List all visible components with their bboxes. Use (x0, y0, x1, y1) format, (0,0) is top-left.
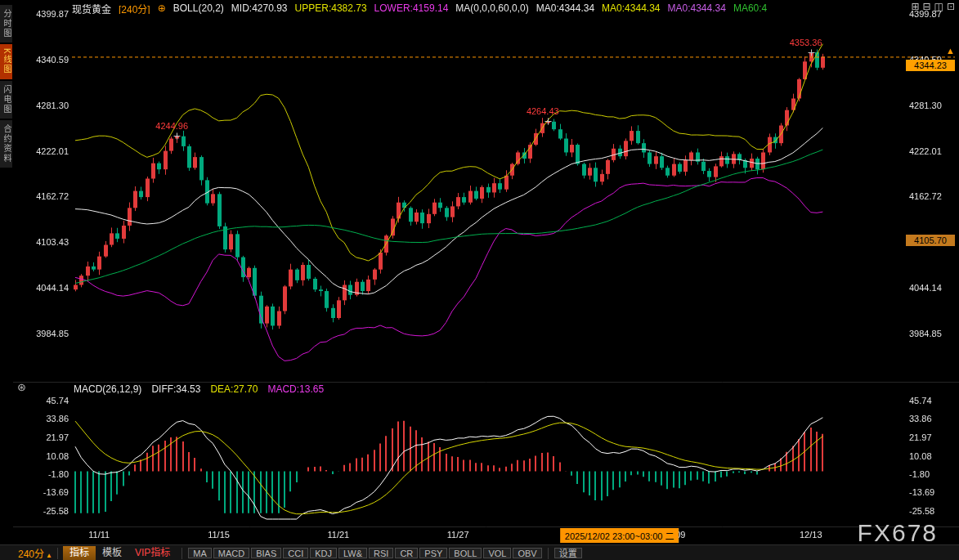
refresh-icon[interactable]: ⊕ (158, 2, 166, 14)
toolbar-divider (548, 548, 549, 559)
quad-layout-icon[interactable]: ⊞ (911, 2, 919, 12)
macd-axis-label-right: -13.69 (909, 487, 957, 497)
macd-axis-label-left: 33.86 (25, 414, 69, 423)
indicator-button-kdj[interactable]: KDJ (310, 548, 337, 558)
macd-axis-label-right: 10.08 (909, 451, 957, 461)
vertical-split-icon[interactable]: ◫ (934, 2, 943, 12)
macd-axis-label-left: -13.69 (25, 487, 69, 497)
window-layout-icons: ⊞⊟◫⊡ (911, 2, 955, 12)
period-dropdown-label: 240分 (18, 549, 44, 560)
ma0-value-3: MA0:4344.34 (668, 2, 726, 14)
macd-axis-label-right: 33.86 (909, 414, 957, 423)
peak-price-annotation: 4264.43 (527, 106, 559, 116)
price-axis-label-right: 4162.72 (909, 191, 957, 201)
price-axis-label-left: 4162.72 (25, 191, 69, 201)
price-axis-label-left: 4222.01 (25, 146, 69, 156)
indicator-button-bias[interactable]: BIAS (251, 548, 281, 558)
ma0-value-2: MA0:4344.34 (602, 2, 660, 14)
indicator-button-lw[interactable]: LW& (338, 548, 367, 558)
chevron-up-icon: ▲ (46, 552, 52, 559)
sidebar-tab-3[interactable]: 闪电图 (0, 81, 12, 119)
x-axis-date-label: 11/27 (447, 530, 469, 540)
scroll-to-latest-icon[interactable]: ▲ (946, 46, 955, 56)
chart-type-sidebar: 分时图K线图闪电图合约资料 (0, 5, 12, 168)
toolbar-tab-2[interactable]: 模板 (96, 546, 128, 560)
price-axis-label-left: 4044.14 (25, 283, 69, 293)
price-chart-canvas[interactable] (0, 0, 959, 560)
watermark: FX678 (858, 519, 938, 547)
trading-app-window: 现货黄金 [240分] ⊕ BOLL(20,2) MID:4270.93 UPP… (0, 0, 959, 560)
indicator-button-obv[interactable]: OBV (513, 548, 541, 558)
price-axis-label-right: 3984.85 (909, 329, 957, 338)
cursor-price-badge: 4105.70 (906, 235, 955, 246)
macd-axis-label-right: 21.97 (909, 432, 957, 442)
settings-button[interactable]: 设置 (554, 548, 582, 558)
ma-params-label: MA(0,0,0,60,0,0) (455, 2, 528, 14)
indicator-settings-icon[interactable]: ⊛ (17, 381, 26, 393)
macd-axis-label-left: -1.80 (25, 469, 69, 479)
toolbar-divider (181, 548, 182, 559)
price-axis-label-left: 4399.87 (25, 9, 69, 19)
boll-params-label: BOLL(20,2) (173, 2, 224, 14)
macd-diff-value: DIFF:34.53 (151, 383, 200, 395)
macd-axis-label-left: 10.08 (25, 451, 69, 461)
ma60-value: MA60:4 (733, 2, 767, 14)
x-axis-date-label: 11/15 (208, 530, 230, 540)
peak-price-annotation: 4244.96 (155, 121, 188, 131)
price-axis-label-right: 4044.14 (909, 283, 957, 293)
x-axis-date-label: 12/13 (800, 530, 822, 540)
ma0-value-1: MA0:4344.34 (536, 2, 594, 14)
indicator-button-ma[interactable]: MA (188, 548, 212, 558)
sidebar-tab-1[interactable]: 分时图 (0, 5, 12, 43)
toolbar-tab-3[interactable]: VIP指标 (128, 546, 177, 560)
sidebar-tab-2[interactable]: K线图 (0, 44, 12, 79)
macd-params-label: MACD(26,12,9) (74, 383, 141, 395)
indicator-button-macd[interactable]: MACD (213, 548, 249, 558)
price-axis-label-right: 4281.30 (909, 101, 957, 110)
symbol-name: 现货黄金 (72, 2, 111, 14)
indicator-button-cr[interactable]: CR (395, 548, 418, 558)
indicator-button-psy[interactable]: PSY (419, 548, 447, 558)
indicator-button-rsi[interactable]: RSI (369, 548, 393, 558)
indicator-header: 现货黄金 [240分] ⊕ BOLL(20,2) MID:4270.93 UPP… (72, 2, 767, 14)
toolbar-tab-1[interactable]: 指标 (63, 546, 96, 560)
boll-mid-value: MID:4270.93 (231, 2, 288, 14)
macd-axis-label-left: 21.97 (25, 432, 69, 442)
indicator-button-boll[interactable]: BOLL (449, 548, 482, 558)
macd-axis-label-right: 45.74 (909, 396, 957, 405)
price-axis-label-left: 3984.85 (25, 329, 69, 338)
peak-price-annotation: 4353.36 (790, 38, 822, 47)
x-axis-date-label: 11/21 (328, 530, 350, 540)
price-axis-label-left: 4281.30 (25, 101, 69, 110)
indicator-button-cci[interactable]: CCI (283, 548, 308, 558)
macd-axis-label-left: 45.74 (25, 396, 69, 405)
macd-axis-label-left: -25.58 (25, 506, 69, 516)
boll-upper-value: UPPER:4382.73 (295, 2, 367, 14)
period-dropdown[interactable]: 240分▲ (18, 546, 52, 560)
indicator-buttons: MAMACDBIASCCIKDJLW&RSICRPSYBOLLVOLOBV (187, 548, 542, 558)
x-axis-date-label: 11/11 (88, 530, 110, 540)
toolbar-divider (57, 548, 58, 559)
macd-header: MACD(26,12,9) DIFF:34.53 DEA:27.70 MACD:… (74, 383, 324, 395)
crosshair-date-tooltip: 2025/12/02 23:00~03:00 二 (560, 528, 679, 543)
macd-axis-label-right: -25.58 (909, 506, 957, 516)
horizontal-split-icon[interactable]: ⊟ (923, 2, 931, 12)
price-axis-label-right: 4222.01 (909, 146, 957, 156)
period-label[interactable]: [240分] (119, 2, 150, 14)
indicator-button-vol[interactable]: VOL (483, 548, 511, 558)
price-axis-label-left: 4340.59 (25, 55, 69, 65)
macd-dea-value: DEA:27.70 (210, 383, 258, 395)
single-pane-icon[interactable]: ⊡ (947, 2, 955, 12)
bottom-toolbar: 240分▲ 指标模板VIP指标 MAMACDBIASCCIKDJLW&RSICR… (0, 544, 959, 560)
macd-hist-value: MACD:13.65 (267, 383, 324, 395)
boll-lower-value: LOWER:4159.14 (374, 2, 449, 14)
macd-axis-label-right: -1.80 (909, 469, 957, 479)
price-axis-label-left: 4103.43 (25, 237, 69, 247)
toolbar-tabs: 指标模板VIP指标 (63, 546, 177, 560)
last-price-badge: 4344.23 (906, 60, 955, 71)
sidebar-tab-4[interactable]: 合约资料 (0, 120, 12, 168)
